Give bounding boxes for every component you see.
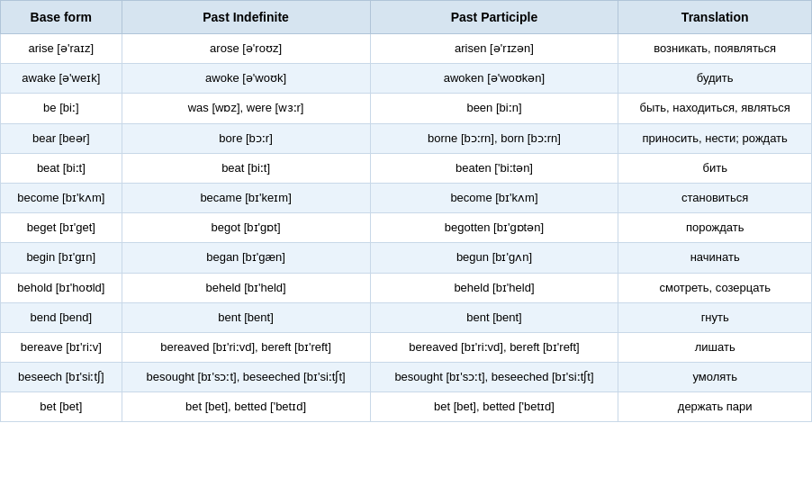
- cell-past_indefinite: became [bɪ'keɪm]: [122, 183, 370, 212]
- cell-past_indefinite: beheld [bɪ'held]: [122, 273, 370, 302]
- cell-past_participle: bereaved [bɪ'riːvd], bereft [bɪ'reft]: [370, 332, 618, 362]
- cell-base: beat [biːt]: [1, 153, 122, 183]
- header-translation: Translation: [618, 1, 812, 34]
- cell-base: become [bɪ'kʌm]: [1, 183, 122, 212]
- cell-past_indefinite: began [bɪ'gæn]: [122, 243, 370, 273]
- table-row: beat [biːt]beat [biːt]beaten ['biːtən]би…: [1, 153, 812, 183]
- cell-past_indefinite: bore [bɔːr]: [122, 123, 370, 153]
- cell-base: awake [ə'weɪk]: [1, 64, 122, 94]
- header-past-participle: Past Participle: [370, 1, 618, 34]
- cell-base: bet [bet]: [1, 392, 122, 422]
- cell-past_participle: begun [bɪ'gʌn]: [370, 243, 618, 273]
- cell-base: arise [ə'raɪz]: [1, 34, 122, 64]
- table-row: bet [bet]bet [bet], betted ['betɪd]bet […: [1, 392, 812, 422]
- table-row: beget [bɪ'get]begot [bɪ'gɒt]begotten [bɪ…: [1, 213, 812, 243]
- cell-past_participle: been [biːn]: [370, 94, 618, 123]
- cell-translation: становиться: [618, 183, 812, 212]
- table-row: become [bɪ'kʌm]became [bɪ'keɪm]become [b…: [1, 183, 812, 212]
- table-row: bereave [bɪ'riːv]bereaved [bɪ'riːvd], be…: [1, 332, 812, 362]
- cell-past_participle: besought [bɪ'sɔːt], beseeched [bɪ'siːtʃt…: [370, 363, 618, 392]
- cell-past_indefinite: besought [bɪ'sɔːt], beseeched [bɪ'siːtʃt…: [122, 363, 370, 392]
- cell-past_indefinite: awoke [ə'woʊk]: [122, 64, 370, 94]
- cell-past_indefinite: bent [bent]: [122, 302, 370, 332]
- cell-translation: порождать: [618, 213, 812, 243]
- table-row: begin [bɪ'gɪn]began [bɪ'gæn]begun [bɪ'gʌ…: [1, 243, 812, 273]
- cell-past_indefinite: arose [ə'roʊz]: [122, 34, 370, 64]
- cell-past_participle: beaten ['biːtən]: [370, 153, 618, 183]
- cell-past_indefinite: was [wɒz], were [wɜːr]: [122, 94, 370, 123]
- cell-translation: бить: [618, 153, 812, 183]
- cell-past_indefinite: bet [bet], betted ['betɪd]: [122, 392, 370, 422]
- cell-translation: будить: [618, 64, 812, 94]
- cell-translation: лишать: [618, 332, 812, 362]
- cell-past_indefinite: begot [bɪ'gɒt]: [122, 213, 370, 243]
- cell-base: bereave [bɪ'riːv]: [1, 332, 122, 362]
- cell-past_participle: bet [bet], betted ['betɪd]: [370, 392, 618, 422]
- cell-base: bear [beər]: [1, 123, 122, 153]
- header-base-form: Base form: [1, 1, 122, 34]
- table-row: awake [ə'weɪk]awoke [ə'woʊk]awoken [ə'wo…: [1, 64, 812, 94]
- cell-translation: возникать, появляться: [618, 34, 812, 64]
- irregular-verbs-table: Base form Past Indefinite Past Participl…: [0, 0, 812, 422]
- header-past-indefinite: Past Indefinite: [122, 1, 370, 34]
- cell-past_indefinite: beat [biːt]: [122, 153, 370, 183]
- cell-past_indefinite: bereaved [bɪ'riːvd], bereft [bɪ'reft]: [122, 332, 370, 362]
- cell-translation: приносить, нести; рождать: [618, 123, 812, 153]
- cell-translation: смотреть, созерцать: [618, 273, 812, 302]
- cell-base: be [biː]: [1, 94, 122, 123]
- table-row: beseech [bɪ'siːtʃ]besought [bɪ'sɔːt], be…: [1, 363, 812, 392]
- cell-translation: умолять: [618, 363, 812, 392]
- cell-translation: держать пари: [618, 392, 812, 422]
- cell-translation: быть, находиться, являться: [618, 94, 812, 123]
- cell-base: begin [bɪ'gɪn]: [1, 243, 122, 273]
- cell-past_participle: begotten [bɪ'gɒtən]: [370, 213, 618, 243]
- table-row: arise [ə'raɪz]arose [ə'roʊz]arisen [ə'rɪ…: [1, 34, 812, 64]
- table-row: be [biː]was [wɒz], were [wɜːr]been [biːn…: [1, 94, 812, 123]
- cell-translation: начинать: [618, 243, 812, 273]
- cell-base: beseech [bɪ'siːtʃ]: [1, 363, 122, 392]
- cell-base: bend [bend]: [1, 302, 122, 332]
- cell-past_participle: become [bɪ'kʌm]: [370, 183, 618, 212]
- cell-base: beget [bɪ'get]: [1, 213, 122, 243]
- cell-past_participle: awoken [ə'woʊkən]: [370, 64, 618, 94]
- table-row: behold [bɪ'hoʊld]beheld [bɪ'held]beheld …: [1, 273, 812, 302]
- cell-past_participle: arisen [ə'rɪzən]: [370, 34, 618, 64]
- table-row: bear [beər]bore [bɔːr]borne [bɔːrn], bor…: [1, 123, 812, 153]
- cell-past_participle: borne [bɔːrn], born [bɔːrn]: [370, 123, 618, 153]
- table-row: bend [bend]bent [bent]bent [bent]гнуть: [1, 302, 812, 332]
- cell-translation: гнуть: [618, 302, 812, 332]
- cell-past_participle: bent [bent]: [370, 302, 618, 332]
- cell-base: behold [bɪ'hoʊld]: [1, 273, 122, 302]
- cell-past_participle: beheld [bɪ'held]: [370, 273, 618, 302]
